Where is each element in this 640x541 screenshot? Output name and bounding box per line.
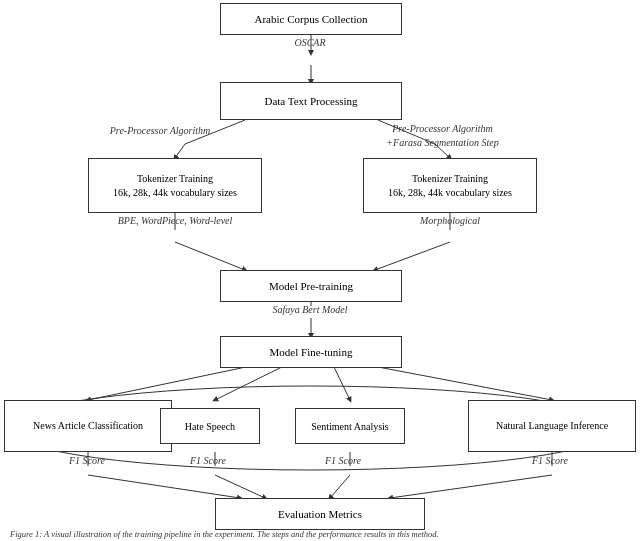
model-finetuning-box: Model Fine-tuning [220,336,402,368]
arabic-corpus-box: Arabic Corpus Collection [220,3,402,35]
f1-sentiment-label: F1 Score [303,455,383,466]
svg-line-12 [88,363,265,400]
tokenizer-right-box: Tokenizer Training16k, 28k, 44k vocabula… [363,158,537,213]
svg-line-7 [175,242,245,270]
svg-line-19 [215,475,265,498]
hate-speech-box: Hate Speech [160,408,260,444]
svg-line-17 [88,475,240,498]
svg-line-21 [330,475,350,498]
svg-line-13 [215,363,290,400]
tokenizer-left-box: Tokenizer Training16k, 28k, 44k vocabula… [88,158,262,213]
model-pretraining-box: Model Pre-training [220,270,402,302]
preproc-right-label: Pre-Processor Algorithm+Farasa Segmentat… [365,122,520,150]
data-text-box: Data Text Processing [220,82,402,120]
sentiment-box: Sentiment Analysis [295,408,405,444]
svg-line-3 [175,144,185,158]
svg-line-15 [357,363,552,400]
preproc-left-label: Pre-Processor Algorithm [95,125,225,136]
nli-box: Natural Language Inference [468,400,636,452]
svg-line-9 [375,242,450,270]
oscar-label: OSCAR [280,37,340,48]
f1-news-label: F1 Score [42,455,132,466]
morphological-label: Morphological [363,215,537,226]
f1-hate-label: F1 Score [168,455,248,466]
svg-line-23 [390,475,552,498]
figure-caption: Figure 1: A visual illustration of the t… [10,529,439,539]
eval-metrics-box: Evaluation Metrics [215,498,425,530]
diagram: Arabic Corpus Collection OSCAR Data Text… [0,0,640,541]
svg-line-14 [332,363,350,400]
safaya-label: Safaya Bert Model [230,304,390,315]
f1-nli-label: F1 Score [510,455,590,466]
news-box: News Article Classification [4,400,172,452]
bpe-label: BPE, WordPiece, Word-level [88,215,262,226]
